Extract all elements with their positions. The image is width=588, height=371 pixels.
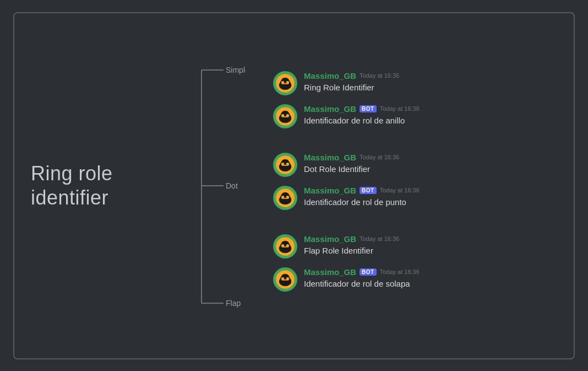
message-text: Flap Role Identifier xyxy=(304,245,399,256)
svg-point-14 xyxy=(286,81,289,83)
message-row: Massimo_GB Today at 16:36 Ring Role Iden… xyxy=(273,69,420,98)
message-text: Identificador de rol de punto xyxy=(304,196,420,208)
username: Massimo_GB xyxy=(304,234,356,244)
svg-point-46 xyxy=(286,244,289,246)
bot-badge: BOT xyxy=(360,105,377,112)
main-container: Ring role identifier Simple Dot Flap xyxy=(13,12,575,359)
message-content: Massimo_GB BOT Today at 16:36 Identifica… xyxy=(304,267,420,289)
message-header: Massimo_GB BOT Today at 16:36 xyxy=(304,104,420,114)
timestamp: Today at 16:36 xyxy=(360,235,399,242)
timestamp: Today at 16:36 xyxy=(360,154,399,160)
timestamp: Today at 16:36 xyxy=(360,72,399,79)
svg-point-30 xyxy=(286,163,289,165)
message-header: Massimo_GB Today at 16:36 xyxy=(304,153,399,162)
avatar xyxy=(273,234,297,259)
avatar-icon xyxy=(275,71,296,95)
message-group-simple: Massimo_GB Today at 16:36 Ring Role Iden… xyxy=(273,69,420,131)
username: Massimo_GB xyxy=(304,104,356,114)
left-title-area: Ring role identifier xyxy=(31,162,185,209)
message-content: Massimo_GB Today at 16:36 Flap Role Iden… xyxy=(304,234,399,256)
message-row: Massimo_GB Today at 16:36 Flap Role Iden… xyxy=(273,232,420,261)
avatar-icon xyxy=(275,104,296,128)
messages-column: Massimo_GB Today at 16:36 Ring Role Iden… xyxy=(273,69,420,303)
tree-area: Simple Dot Flap xyxy=(190,40,420,332)
avatar xyxy=(273,267,297,292)
message-content: Massimo_GB BOT Today at 16:36 Identifica… xyxy=(304,186,420,208)
timestamp: Today at 16:36 xyxy=(380,187,420,193)
message-row: Massimo_GB BOT Today at 16:36 Identifica… xyxy=(273,265,420,294)
message-group-dot: Massimo_GB Today at 16:36 Dot Role Ident… xyxy=(273,150,420,212)
svg-point-21 xyxy=(281,114,284,116)
svg-text:Simple: Simple xyxy=(226,66,246,74)
message-header: Massimo_GB Today at 16:36 xyxy=(304,234,399,244)
message-header: Massimo_GB BOT Today at 16:36 xyxy=(304,186,420,195)
message-header: Massimo_GB Today at 16:36 xyxy=(304,71,399,80)
svg-point-37 xyxy=(281,196,284,198)
avatar-icon xyxy=(275,234,296,259)
avatar xyxy=(273,71,297,95)
timestamp: Today at 16:36 xyxy=(380,105,420,112)
bot-badge: BOT xyxy=(360,187,377,194)
message-content: Massimo_GB Today at 16:36 Dot Role Ident… xyxy=(304,153,399,175)
avatar-icon xyxy=(275,153,296,177)
spacer xyxy=(273,139,420,150)
message-row: Massimo_GB BOT Today at 16:36 Identifica… xyxy=(273,102,420,131)
message-content: Massimo_GB Today at 16:36 Ring Role Iden… xyxy=(304,71,399,93)
avatar-icon xyxy=(275,267,296,292)
svg-point-53 xyxy=(281,277,284,279)
message-group-flap: Massimo_GB Today at 16:36 Flap Role Iden… xyxy=(273,232,420,294)
avatar xyxy=(273,104,297,128)
username: Massimo_GB xyxy=(304,153,356,162)
spacer xyxy=(273,221,420,232)
message-text: Ring Role Identifier xyxy=(304,82,399,93)
svg-text:Dot: Dot xyxy=(226,181,238,190)
svg-text:Flap: Flap xyxy=(226,299,241,308)
username: Massimo_GB xyxy=(304,71,356,80)
avatar-icon xyxy=(275,186,296,210)
username: Massimo_GB xyxy=(304,267,356,277)
message-row: Massimo_GB BOT Today at 16:36 Identifica… xyxy=(273,184,420,212)
svg-point-38 xyxy=(286,196,289,198)
avatar xyxy=(273,153,297,177)
bot-badge: BOT xyxy=(360,268,377,276)
svg-point-45 xyxy=(281,244,284,246)
svg-point-22 xyxy=(286,114,289,116)
message-row: Massimo_GB Today at 16:36 Dot Role Ident… xyxy=(273,150,420,179)
svg-point-13 xyxy=(281,81,284,83)
timestamp: Today at 16:36 xyxy=(380,268,420,275)
svg-point-29 xyxy=(281,163,284,165)
username: Massimo_GB xyxy=(304,186,356,195)
tree-diagram: Simple Dot Flap xyxy=(190,40,246,332)
message-text: Dot Role Identifier xyxy=(304,163,399,175)
svg-point-54 xyxy=(286,277,289,279)
page-title: Ring role identifier xyxy=(31,162,185,209)
avatar xyxy=(273,186,297,210)
message-content: Massimo_GB BOT Today at 16:36 Identifica… xyxy=(304,104,420,126)
message-text: Identificador de rol de solapa xyxy=(304,278,420,289)
message-text: Identificador de rol de anillo xyxy=(304,115,420,126)
message-header: Massimo_GB BOT Today at 16:36 xyxy=(304,267,420,277)
